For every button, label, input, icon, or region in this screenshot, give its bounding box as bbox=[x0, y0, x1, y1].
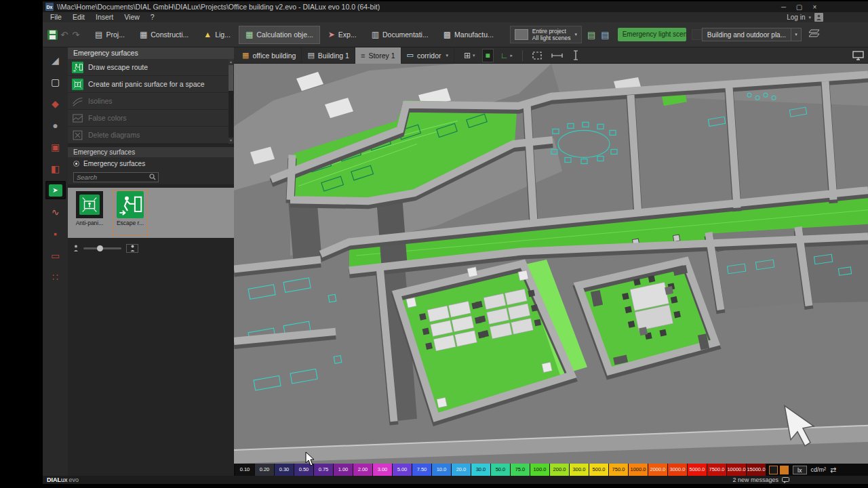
catalog-item-antipanic[interactable]: Anti-pani... bbox=[73, 191, 106, 235]
column-tool-button[interactable]: ● bbox=[45, 116, 66, 134]
daylight-scene-doc-icon[interactable]: ▤ bbox=[601, 30, 609, 40]
colorbar-cell[interactable]: 0.75 bbox=[314, 464, 333, 476]
extrusion-tool-icon: ◧ bbox=[51, 164, 60, 174]
horizontal-ruler-icon bbox=[551, 52, 563, 59]
colorbar-cell[interactable]: 1.00 bbox=[334, 464, 353, 476]
scale-outline-button[interactable] bbox=[769, 466, 778, 474]
colorbar-cell[interactable]: 0.10 bbox=[235, 464, 254, 476]
furniture-tool-button[interactable]: ◆ bbox=[45, 94, 66, 113]
menu-item-insert[interactable]: Insert bbox=[90, 12, 119, 22]
colorbar-cell[interactable]: 750.0 bbox=[609, 464, 628, 476]
emergency-surfaces-radio-row[interactable]: Emergency surfaces bbox=[68, 157, 234, 169]
display-options-button[interactable] bbox=[852, 51, 864, 60]
tab-light[interactable]: ▲Lig... bbox=[197, 26, 237, 44]
plan-select-button[interactable]: ⊞ ▾ bbox=[461, 49, 478, 62]
colorbar-cell[interactable]: 30.0 bbox=[471, 464, 490, 476]
colorbar-cell[interactable]: 2.00 bbox=[353, 464, 372, 476]
tab-export[interactable]: ➤Exp... bbox=[321, 26, 363, 44]
colorbar-cell[interactable]: 5000.0 bbox=[688, 464, 707, 476]
tab-project[interactable]: ▤Proj... bbox=[88, 26, 132, 44]
radio-icon[interactable] bbox=[73, 161, 79, 167]
tab-manufacturer[interactable]: ▩Manufactu... bbox=[437, 26, 500, 44]
colorbar-cell[interactable]: 1000.0 bbox=[629, 464, 648, 476]
search-input[interactable]: Search bbox=[73, 172, 159, 182]
measure-vertical-button[interactable] bbox=[570, 49, 582, 62]
breadcrumb-site[interactable]: ▦office building bbox=[237, 47, 302, 64]
user-avatar[interactable] bbox=[814, 13, 823, 22]
swap-units-icon[interactable]: ⇄ bbox=[830, 466, 836, 474]
scrollbar-thumb[interactable] bbox=[229, 65, 233, 91]
curve-tool-icon: ∿ bbox=[52, 207, 60, 217]
colorbar-cell[interactable]: 15000.0 bbox=[747, 464, 766, 476]
tool-create-anti-panic[interactable]: Create anti panic surface for a space bbox=[68, 76, 234, 93]
menu-item-edit[interactable]: Edit bbox=[67, 12, 90, 22]
colorbar-cell[interactable]: 5.00 bbox=[393, 464, 412, 476]
minimize-button[interactable]: ─ bbox=[779, 3, 788, 11]
colorbar-cell[interactable]: 7500.0 bbox=[707, 464, 726, 476]
building-dropdown[interactable]: Building and outdoor pla... ▾ bbox=[702, 28, 802, 41]
catalog-item-escape[interactable]: Escape r... bbox=[114, 191, 146, 235]
viewport-3d-scene[interactable] bbox=[234, 64, 868, 464]
measure-horizontal-button[interactable] bbox=[549, 49, 566, 62]
redo-button[interactable]: ↷ bbox=[70, 30, 81, 40]
maximize-button[interactable]: ▢ bbox=[795, 3, 804, 11]
menu-item-help[interactable]: ? bbox=[145, 12, 160, 22]
room-tool-button[interactable]: ▢ bbox=[45, 73, 66, 91]
layers-button[interactable] bbox=[808, 28, 821, 41]
light-scene-dropdown[interactable]: Emergency light scene ▾ bbox=[618, 28, 687, 41]
colorbar-cell[interactable]: 0.20 bbox=[255, 464, 274, 476]
extrusion-tool-button[interactable]: ◧ bbox=[45, 159, 66, 178]
light-scene-doc-icon[interactable]: ▤ bbox=[587, 30, 595, 40]
colorbar-cell[interactable]: 50.0 bbox=[491, 464, 510, 476]
save-button[interactable] bbox=[47, 27, 58, 42]
message-bubble-icon[interactable] bbox=[782, 477, 789, 483]
scroll-down-icon[interactable]: ▼ bbox=[229, 138, 233, 144]
display-tool-button[interactable]: ▭ bbox=[45, 246, 66, 264]
view-3d-button[interactable]: ■ bbox=[482, 49, 494, 62]
login-button[interactable]: Log in bbox=[787, 14, 805, 21]
cutout-tool-button[interactable]: ▣ bbox=[45, 138, 66, 156]
large-person-button[interactable] bbox=[126, 244, 138, 253]
large-person-icon bbox=[130, 245, 136, 251]
scene-select-button[interactable]: Entire project All light scenes ▾ bbox=[510, 26, 582, 43]
undo-button[interactable]: ↶ bbox=[58, 30, 70, 40]
panel-scrollbar[interactable]: ▲ ▼ bbox=[229, 59, 233, 144]
menu-item-view[interactable]: View bbox=[119, 12, 145, 22]
tab-construction[interactable]: ▦Constructi... bbox=[133, 26, 195, 44]
colorbar-cell[interactable]: 10000.0 bbox=[727, 464, 746, 476]
scale-filled-button[interactable] bbox=[780, 466, 789, 474]
curve-tool-button[interactable]: ∿ bbox=[45, 203, 66, 221]
ramp-tool-button[interactable]: ◢ bbox=[45, 51, 66, 69]
unit-cdm2-label[interactable]: cd/m² bbox=[811, 466, 827, 473]
tab-documentation[interactable]: ▥Documentati... bbox=[365, 26, 435, 44]
slider-thumb[interactable] bbox=[97, 245, 103, 251]
colorbar-cell[interactable]: 500.0 bbox=[589, 464, 608, 476]
menu-item-file[interactable]: File bbox=[45, 12, 67, 22]
messages-link[interactable]: 2 new messages bbox=[732, 476, 778, 483]
close-button[interactable]: × bbox=[810, 3, 819, 11]
emergency-surfaces-tool-button[interactable]: ➤ bbox=[45, 181, 66, 199]
colorbar-cell[interactable]: 20.0 bbox=[452, 464, 471, 476]
icon-size-slider[interactable] bbox=[83, 247, 121, 249]
colorbar-cell[interactable]: 2000.0 bbox=[648, 464, 667, 476]
breadcrumb-storey[interactable]: ≡Storey 1 bbox=[355, 47, 401, 64]
breadcrumb-space[interactable]: ▭corridor▾ bbox=[401, 47, 455, 64]
colorbar-cell[interactable]: 3000.0 bbox=[668, 464, 687, 476]
scroll-up-icon[interactable]: ▲ bbox=[229, 59, 233, 65]
colorbar-cell[interactable]: 300.0 bbox=[570, 464, 589, 476]
colorbar-cell[interactable]: 100.0 bbox=[530, 464, 549, 476]
unit-lx-button[interactable]: lx bbox=[793, 466, 807, 474]
colorbar-cell[interactable]: 200.0 bbox=[550, 464, 569, 476]
breadcrumb-building[interactable]: ▤Building 1 bbox=[302, 47, 355, 64]
colorbar-cell[interactable]: 75.0 bbox=[511, 464, 530, 476]
colorbar-cell[interactable]: 0.30 bbox=[275, 464, 294, 476]
tab-calculation-objects[interactable]: ▦Calculation obje... bbox=[239, 26, 320, 44]
zoom-frame-button[interactable] bbox=[530, 49, 545, 62]
tool-draw-escape-route[interactable]: Draw escape route bbox=[68, 59, 234, 76]
colorbar-cell[interactable]: 10.0 bbox=[432, 464, 451, 476]
marker-tool-button[interactable]: ▪ bbox=[45, 224, 66, 243]
colorbar-cell[interactable]: 7.50 bbox=[412, 464, 431, 476]
array-tool-button[interactable]: ∷ bbox=[45, 268, 66, 286]
colorbar-cell[interactable]: 3.00 bbox=[373, 464, 392, 476]
view-plan-button[interactable]: ∟ ▸ bbox=[498, 49, 515, 62]
